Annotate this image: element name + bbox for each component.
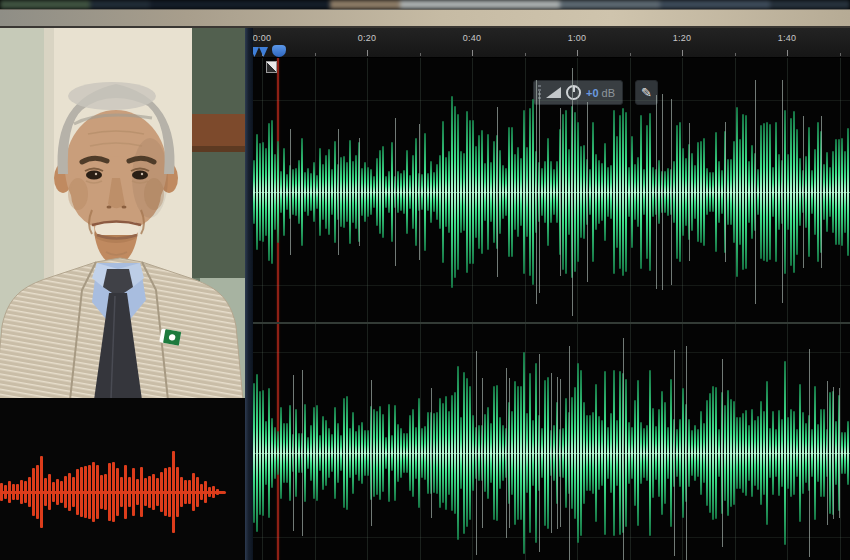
preview-waveform-bar: [120, 477, 123, 507]
ruler-minor-tick: [315, 53, 316, 56]
gain-popup-toolbar[interactable]: +0 dB: [533, 80, 623, 105]
preview-waveform-bar: [196, 477, 199, 506]
ruler-minor-tick: [735, 53, 736, 56]
portrait-illustration: [0, 28, 245, 398]
preview-waveform-bar: [200, 484, 203, 501]
preview-waveform-bar: [212, 486, 215, 497]
preview-waveform-bar: [140, 467, 143, 516]
ruler-time-label: 1:40: [778, 33, 797, 43]
preview-waveform-bar: [40, 456, 43, 527]
preview-waveform-bar: [104, 474, 107, 511]
ruler-minor-tick: [525, 53, 526, 56]
background-blur-segment: [560, 0, 660, 9]
time-gridline: [630, 58, 631, 560]
preview-waveform-bar: [184, 480, 187, 504]
preview-waveform-bar: [180, 477, 183, 507]
gain-value: +0: [586, 87, 599, 99]
ruler-time-label: 1:00: [568, 33, 587, 43]
preview-waveform-bar: [100, 475, 103, 510]
screenshot-root: 0:000:200:401:001:201:40 +0 dB ✎: [0, 0, 850, 560]
preview-waveform-bar: [4, 485, 7, 499]
background-photo-strip: [0, 0, 850, 9]
preview-waveform-bar: [124, 465, 127, 518]
preview-waveform-bar: [168, 467, 171, 518]
preview-waveform-bar: [84, 466, 87, 517]
preview-waveform-panel[interactable]: [0, 398, 245, 560]
selection-marker-icon[interactable]: [259, 47, 268, 57]
pen-tool-button[interactable]: ✎: [635, 80, 658, 105]
preview-waveform-bar: [176, 467, 179, 517]
preview-waveform-bar: [172, 451, 175, 532]
waveform-canvas[interactable]: +0 dB ✎: [253, 58, 850, 560]
preview-waveform-bar: [68, 473, 71, 512]
preview-waveform-bar: [216, 489, 219, 494]
preview-waveform-bar: [12, 484, 15, 500]
preview-waveform-bar: [60, 481, 63, 502]
preview-waveform-bar: [32, 468, 35, 516]
timeline-ruler[interactable]: 0:000:200:401:001:201:40: [253, 28, 850, 58]
preview-waveform-bar: [24, 481, 27, 503]
panel-divider: [245, 28, 253, 560]
selection-marker-icon[interactable]: [253, 47, 259, 57]
audio-editor-panel: 0:000:200:401:001:201:40 +0 dB ✎: [253, 28, 850, 560]
preview-waveform-bar: [132, 468, 135, 515]
ruler-major-tick: [577, 50, 578, 56]
preview-waveform-bar: [8, 481, 11, 502]
waveform-centerline: [253, 192, 850, 193]
preview-waveform-bar: [160, 472, 163, 513]
playhead-line[interactable]: [277, 58, 279, 560]
volume-ramp-icon[interactable]: [546, 87, 561, 98]
preview-waveform-bar: [72, 477, 75, 507]
fade-tool-icon[interactable]: [266, 61, 277, 73]
background-blur-segment: [90, 0, 150, 9]
preview-waveform-bar: [88, 465, 91, 518]
preview-waveform-bar: [204, 481, 207, 503]
level-gridline: [253, 352, 850, 353]
portrait-photo-panel: [0, 28, 245, 398]
preview-waveform-bar: [92, 462, 95, 523]
preview-waveform-bar: [20, 480, 23, 504]
background-blur-segment: [660, 0, 770, 9]
preview-waveform-bar: [128, 477, 131, 506]
preview-waveform-bar: [44, 478, 47, 507]
window-top-bar: [0, 9, 850, 28]
preview-waveform-bar: [36, 465, 39, 519]
background-blur-segment: [770, 0, 850, 9]
preview-waveform-bar: [108, 463, 111, 522]
playhead-marker-icon[interactable]: [272, 45, 286, 57]
preview-waveform-bar: [148, 476, 151, 507]
ruler-minor-tick: [840, 53, 841, 56]
background-blur-segment: [0, 0, 90, 9]
ruler-major-tick: [787, 50, 788, 56]
gain-unit: dB: [602, 87, 615, 99]
preview-waveform-bar: [0, 483, 3, 501]
preview-waveform-bar: [116, 468, 119, 516]
preview-waveform-bar: [56, 479, 59, 505]
preview-waveform-bar: [152, 474, 155, 510]
waveform-peak-marker: [623, 338, 624, 560]
preview-waveform-bar: [144, 478, 147, 507]
eyes: [86, 171, 102, 180]
preview-waveform-bar: [188, 480, 191, 504]
preview-waveform-bar: [48, 474, 51, 510]
time-gridline: [367, 58, 368, 560]
preview-waveform-bar: [208, 487, 211, 498]
preview-waveform-bar: [192, 473, 195, 511]
level-gridline: [253, 100, 850, 101]
ruler-major-tick: [472, 50, 473, 56]
preview-waveform-bar: [64, 476, 67, 508]
preview-waveform-bar: [76, 469, 79, 515]
ruler-time-label: 0:20: [358, 33, 377, 43]
pen-icon: ✎: [641, 86, 652, 99]
preview-waveform-bar: [16, 484, 19, 499]
preview-waveform-bar: [28, 477, 31, 507]
gain-knob-icon[interactable]: [566, 85, 581, 100]
ruler-major-tick: [682, 50, 683, 56]
level-gridline: [253, 537, 850, 538]
background-blur-segment: [150, 0, 330, 9]
preview-waveform-bar: [112, 462, 115, 522]
preview-waveform-bar: [52, 482, 55, 502]
channel-divider: [253, 322, 850, 324]
ruler-minor-tick: [630, 53, 631, 56]
waveform-centerline: [253, 453, 850, 454]
